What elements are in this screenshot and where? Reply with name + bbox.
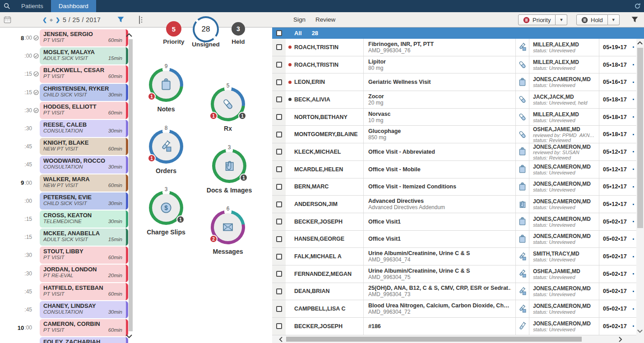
appointment-card[interactable]: REESE, CALEBCONSULTATION30min	[40, 120, 128, 137]
row-checkbox[interactable]	[276, 166, 282, 172]
appointment-card[interactable]: KNIGHT, BLAKENEW PT VISIT60min	[40, 138, 128, 155]
priority-button[interactable]: Priority	[518, 14, 556, 25]
row-checkbox[interactable]	[276, 201, 282, 207]
table-row[interactable]: HANSEN,GEORGEOffice Visit1JONES,CAMERON,…	[272, 231, 636, 248]
row-expand-marker[interactable]	[633, 221, 634, 222]
row-expand-marker[interactable]	[633, 46, 634, 48]
appointment-card[interactable]: STOUT, LIBBYPT VISIT60min	[40, 247, 128, 264]
table-row[interactable]: BECKER,JOSEPH#186JONES,CAMERON,MDstatus:…	[272, 318, 636, 335]
charge-slips-widget[interactable]: $31	[149, 191, 183, 225]
appointment-card[interactable]: WALKER, MARANEW PT VISIT60min	[40, 174, 128, 192]
held-stat[interactable]: 3	[232, 22, 245, 36]
table-row[interactable]: BECKER,JOSEPHOffice Visit1JONES,CAMERON,…	[272, 213, 636, 231]
row-checkbox[interactable]	[276, 184, 282, 190]
tab-dashboard[interactable]: Dashboard	[51, 0, 96, 12]
row-checkbox[interactable]	[276, 132, 282, 137]
calendar-icon[interactable]	[4, 16, 11, 23]
table-row[interactable]: BERN,MARCOffice Visit - Itemized Conditi…	[272, 178, 636, 196]
schedule-scroll-up-icon[interactable]	[126, 33, 132, 37]
schedule-filter-icon[interactable]	[117, 16, 125, 23]
appointment-card[interactable]: HATFIELD, ESTEBANPT VISIT60min	[40, 283, 128, 300]
date-prev-icon[interactable]: ❮	[42, 17, 47, 23]
table-row[interactable]: CAMPBELL,LISA CBlood Urea Nitrogen, Calc…	[272, 300, 636, 318]
worklist-filter-icon[interactable]	[631, 16, 639, 23]
worklist-scroll-up-icon[interactable]	[637, 41, 643, 45]
messages-widget[interactable]: 62	[211, 210, 245, 244]
row-expand-marker[interactable]	[633, 64, 634, 65]
row-checkbox[interactable]	[276, 149, 282, 155]
table-row[interactable]: FALK,MICHAEL AUrine Albumin/Creatinine, …	[272, 248, 636, 265]
hold-button[interactable]: Hold	[576, 14, 608, 25]
schedule-scrollbar[interactable]	[128, 27, 133, 343]
orders-widget[interactable]: 81	[149, 129, 183, 164]
worklist-scroll-right-icon[interactable]	[619, 337, 622, 342]
table-row[interactable]: DEAN,BRIAN25(OH)D, ANA, B12, C & S, CMV,…	[272, 283, 636, 301]
appointment-card[interactable]: BLACKWELL, CESARPT VISIT60min	[40, 65, 128, 82]
row-expand-marker[interactable]	[633, 291, 634, 292]
table-row[interactable]: LEON,ERINGeriatric Wellness VisitJONES,C…	[272, 73, 636, 91]
row-expand-marker[interactable]	[633, 204, 634, 205]
row-checkbox[interactable]	[276, 236, 282, 242]
row-checkbox[interactable]	[276, 306, 282, 312]
row-checkbox[interactable]	[276, 323, 282, 329]
appointment-card[interactable]: FOLEY, ZACHARIAH	[40, 337, 128, 343]
appointment-card[interactable]: CHRISTENSEN, RYKERCHILD SICK VISIT30min	[40, 84, 128, 101]
row-checkbox[interactable]	[276, 44, 282, 50]
docs-widget[interactable]: 31	[212, 149, 246, 183]
hold-dropdown-button[interactable]: ▼	[608, 14, 620, 25]
row-checkbox[interactable]	[276, 271, 282, 277]
row-checkbox[interactable]	[276, 254, 282, 260]
table-row[interactable]: BECK,ALIVIAZocor20 mgJACK,JACK,MDstatus:…	[272, 91, 636, 109]
row-expand-marker[interactable]	[633, 151, 634, 152]
row-checkbox[interactable]	[276, 62, 282, 68]
appointment-card[interactable]: MOSLEY, MALAYAADULT SICK VISIT15min	[40, 47, 128, 64]
notes-widget[interactable]: 91	[149, 68, 183, 102]
table-row[interactable]: MCARDLE,HELENOffice Visit - MobileJONES,…	[272, 161, 636, 178]
row-checkbox[interactable]	[276, 79, 282, 85]
row-expand-marker[interactable]	[633, 238, 634, 240]
appointment-card[interactable]: JORDAN, LONDONPT RE-EVAL20min	[40, 265, 128, 282]
row-expand-marker[interactable]	[633, 308, 634, 310]
refresh-icon[interactable]	[634, 0, 641, 12]
worklist-scroll-down-icon[interactable]	[637, 329, 643, 333]
schedule-scroll-down-icon[interactable]	[126, 334, 132, 338]
row-expand-marker[interactable]	[633, 116, 634, 118]
priority-dropdown-button[interactable]: ▼	[556, 14, 567, 25]
table-row[interactable]: FERNANDEZ,MEGANUrine Albumin/Creatinine,…	[272, 265, 636, 283]
select-all-checkbox[interactable]	[276, 30, 282, 36]
row-checkbox[interactable]	[276, 114, 282, 120]
table-row[interactable]: ROACH,TRISTINLipitor80 mgMILLER,ALEX,MDs…	[272, 56, 636, 74]
appointment-card[interactable]: MCKEE, ANABELLAADULT SICK VISIT15min	[40, 229, 128, 246]
date-next-icon[interactable]: ❯	[56, 17, 60, 23]
worklist-horizontal-scrollbar[interactable]	[272, 335, 644, 343]
horizontal-scroll-thumb[interactable]	[286, 337, 582, 342]
row-expand-marker[interactable]	[633, 256, 634, 257]
row-expand-marker[interactable]	[633, 273, 634, 274]
appointment-card[interactable]: PETERSEN, EVIECHILD SICK VISIT30min	[40, 192, 128, 210]
appointment-card[interactable]: CHANEY, LINDSAYCONSULTATION30min	[40, 301, 128, 318]
search-icon[interactable]	[0, 0, 14, 12]
worklist-vertical-scrollbar[interactable]	[636, 39, 644, 335]
row-checkbox[interactable]	[276, 288, 282, 294]
tab-review[interactable]: Review	[315, 16, 335, 23]
row-expand-marker[interactable]	[633, 169, 634, 170]
priority-stat[interactable]: 5	[166, 21, 181, 37]
table-row[interactable]: KLECK,MICHAELOffice Visit - AbbreviatedJ…	[272, 143, 636, 161]
date-today-icon[interactable]: ◆	[50, 18, 53, 22]
appointment-card[interactable]: CAMERON, CORBINPT VISIT60min	[40, 319, 128, 336]
row-expand-marker[interactable]	[633, 325, 634, 327]
splitter-handle[interactable]	[138, 15, 144, 24]
table-row[interactable]: MONTGOMERY,BLAINEGlucophage850 mgOSHEA,J…	[272, 126, 636, 143]
tab-patients[interactable]: Patients	[14, 0, 51, 12]
appointment-card[interactable]: JENSEN, SERGIOPT VISIT60min	[40, 29, 128, 46]
row-expand-marker[interactable]	[633, 82, 634, 83]
table-row[interactable]: ANDERSON,JIMAdvanced DirectivesAdvanced …	[272, 196, 636, 213]
row-expand-marker[interactable]	[633, 186, 634, 188]
worklist-scroll-left-icon[interactable]	[279, 337, 283, 342]
row-expand-marker[interactable]	[633, 99, 634, 100]
table-row[interactable]: ROACH,TRISTINFibrinogen, INR, PT, PTTAMD…	[272, 39, 636, 56]
tab-sign[interactable]: Sign	[293, 16, 306, 23]
table-row[interactable]: NORTON,BETHANYNorvasc10 mgMILLER,ALEX,MD…	[272, 109, 636, 126]
row-checkbox[interactable]	[276, 219, 282, 224]
schedule-date[interactable]: 5 / 25 / 2017	[63, 16, 101, 23]
